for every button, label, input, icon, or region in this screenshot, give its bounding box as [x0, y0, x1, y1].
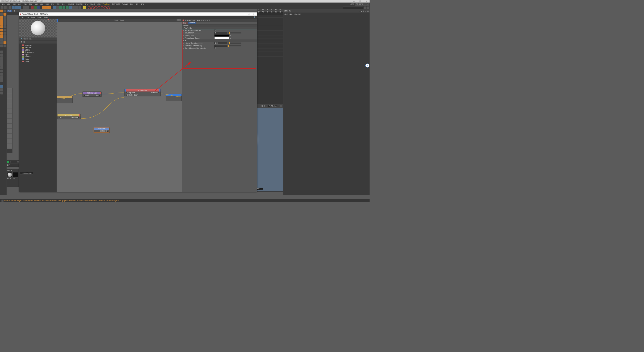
close-button[interactable]: ✕ [363, 0, 369, 2]
render-icon[interactable] [42, 6, 45, 9]
sg-min-icon[interactable]: — [243, 13, 247, 15]
node-rs-fresnel[interactable]: RS Fresnel Out Color [94, 127, 109, 133]
node-offscreen-right[interactable] [166, 94, 182, 101]
tex8[interactable] [7, 123, 12, 128]
camera-icon[interactable] [75, 6, 78, 9]
li19[interactable] [0, 70, 3, 72]
perp-color-picker-icon[interactable]: ✎ [230, 37, 231, 39]
generator2-icon[interactable] [63, 6, 65, 9]
li9b[interactable] [4, 35, 6, 38]
yaxis-icon[interactable] [34, 6, 37, 9]
node-rs-bump-map[interactable]: RS Bump Map InputOut [83, 92, 101, 97]
node-cat-materials[interactable]: Materials [19, 44, 57, 47]
cube-icon[interactable] [53, 6, 56, 9]
facing-color-swatch[interactable] [214, 34, 229, 36]
li14[interactable] [0, 54, 3, 57]
node-cat-volume[interactable]: Volume [19, 56, 57, 58]
attr-userdata[interactable]: 用户数据 [294, 13, 301, 15]
node-cat-textures[interactable]: Textures [19, 47, 57, 49]
node-cat-environment[interactable]: Environment [19, 51, 57, 53]
rs2-icon[interactable] [91, 6, 94, 9]
menu-帮助[interactable]: 帮助 [140, 3, 145, 6]
 li2[interactable] [0, 13, 3, 16]
li24[interactable] [0, 88, 3, 91]
rv-e-icon[interactable] [280, 105, 282, 107]
graph-opt1-icon[interactable] [177, 19, 179, 21]
perp-color-swatch[interactable] [214, 37, 229, 39]
li13[interactable] [0, 51, 3, 53]
sg-menu-help[interactable]: Help [44, 16, 48, 18]
renderreg-icon[interactable] [45, 6, 48, 9]
menu-INSYDIUM[interactable]: INSYDIUM [111, 3, 120, 5]
attr-edit[interactable]: 编辑 [290, 13, 293, 15]
ior-slider[interactable] [228, 42, 241, 44]
tex5[interactable] [7, 108, 12, 113]
rs5-icon[interactable] [101, 6, 103, 9]
li15[interactable] [0, 57, 3, 60]
minimize-button[interactable]: — [351, 0, 357, 2]
li2b[interactable] [4, 13, 6, 16]
li3[interactable] [0, 16, 3, 19]
scene-icon[interactable] [72, 6, 75, 9]
menu-脚本[interactable]: 脚本 [129, 3, 134, 6]
li11b[interactable] [4, 41, 6, 44]
extinction-input[interactable]: 0 [214, 45, 227, 47]
undo-icon[interactable] [1, 6, 3, 9]
subheader-ior[interactable]: ▾IOR [182, 39, 257, 42]
object-search[interactable] [257, 12, 283, 15]
material-slot-2[interactable]: RS … [13, 172, 18, 179]
li18[interactable] [0, 66, 3, 69]
obj-tab-文件[interactable]: 文件 [258, 9, 260, 13]
li7[interactable] [0, 29, 3, 31]
layout-dropdown[interactable]: RS (用户) [355, 3, 369, 6]
redo-icon[interactable] [4, 6, 7, 9]
rs6-icon[interactable] [104, 6, 107, 9]
node-cat-math[interactable]: Math [19, 58, 57, 60]
menu-运动跟踪[interactable]: 运动跟踪 [67, 3, 75, 6]
menu-工具[interactable]: 工具 [23, 3, 28, 6]
obj-tab-标签[interactable]: 标签 [275, 9, 277, 13]
attr-tab-properties[interactable]: 属性 [284, 10, 288, 12]
li12[interactable] [0, 45, 3, 47]
sel-tag-a[interactable]: 组域 [7, 10, 12, 12]
tex3[interactable] [7, 98, 12, 103]
material-slot-1[interactable]: RS M [7, 172, 13, 179]
menu-插件[interactable]: 插件 [97, 3, 102, 6]
rv-zoom[interactable]: 100 % [261, 105, 265, 107]
maximize-button[interactable]: ▢ [357, 0, 363, 2]
menu-窗口[interactable]: 窗口 [135, 3, 140, 6]
subheader-falloff[interactable]: ▾Falloff Color [182, 27, 257, 29]
li8b[interactable] [4, 32, 6, 34]
menu-动画[interactable]: 动画 [45, 3, 50, 6]
attr-fn3-icon[interactable]: ▣ [367, 10, 369, 12]
sg-menu-options[interactable]: Options [37, 16, 42, 18]
obj-tab-对象[interactable]: 对象 [271, 9, 273, 13]
rendersettings-icon[interactable] [48, 6, 51, 9]
spline-icon[interactable] [56, 6, 59, 9]
zaxis-icon[interactable] [37, 6, 40, 9]
menu-体积[interactable]: 体积 [34, 3, 39, 6]
tex10[interactable] [7, 134, 12, 139]
sg-menu-view[interactable]: View [26, 16, 29, 18]
scale-icon[interactable] [15, 6, 18, 9]
li9[interactable] [0, 35, 3, 38]
tab-general[interactable]: General [188, 22, 196, 24]
xaxis-icon[interactable] [31, 6, 33, 9]
menu-捕捉[interactable]: 捕捉 [39, 3, 44, 6]
li11[interactable] [0, 41, 3, 44]
menu-网格[interactable]: 网格 [28, 3, 33, 6]
menu-Redshift[interactable]: Redshift [121, 3, 129, 5]
li23[interactable] [0, 85, 3, 88]
li10[interactable] [0, 38, 3, 41]
node-cat-utilities[interactable]: Utilities [19, 49, 57, 51]
li10b[interactable] [4, 38, 6, 41]
li3b[interactable] [4, 16, 6, 19]
select-live-icon[interactable] [9, 6, 11, 9]
attr-fn1-icon[interactable]: ⟳ [363, 10, 364, 12]
generator-icon[interactable] [59, 6, 62, 9]
find-nodes-input[interactable]: 🔍 Find Nodes... [19, 37, 57, 41]
attr-prev-icon[interactable]: ◂ [359, 10, 360, 12]
li7b[interactable] [4, 29, 6, 31]
menu-流水线[interactable]: 流水线 [90, 3, 96, 6]
move-icon[interactable] [12, 6, 14, 9]
